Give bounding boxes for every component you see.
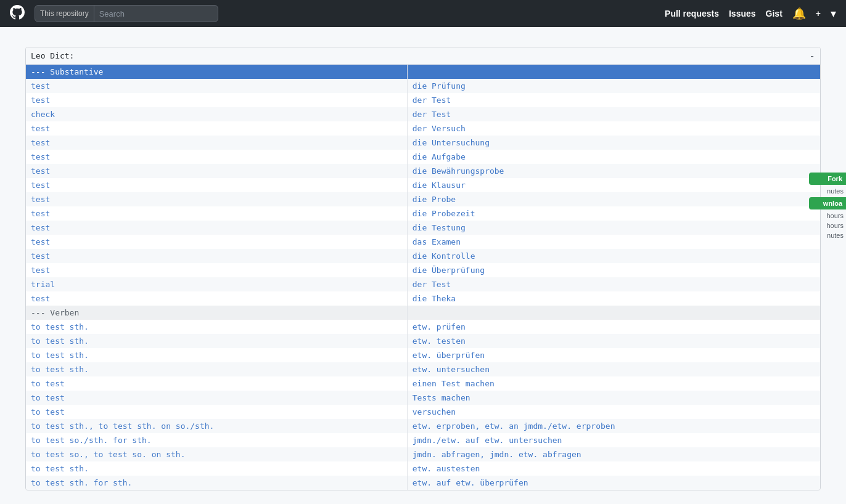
- table-cell-german: die Klausur: [407, 178, 820, 192]
- table-cell-english: to test sth.: [26, 320, 407, 334]
- table-cell-english: test: [26, 263, 407, 277]
- bottom-content: run leo_search_rofi.sh: [12, 498, 834, 504]
- table-cell-english: test: [26, 221, 407, 235]
- download-time-3: nutes: [809, 232, 846, 239]
- table-cell-german: etw. überprüfen: [407, 348, 820, 362]
- table-cell-english: --- Substantive: [26, 65, 407, 79]
- table-cell-english: to test sth.: [26, 461, 407, 476]
- table-cell-german: etw. testen: [407, 334, 820, 348]
- gist-link[interactable]: Gist: [766, 9, 782, 18]
- table-cell-german: die Untersuchung: [407, 136, 820, 150]
- page-body: Leo Dict: - --- Substantivetestdie Prüfu…: [0, 27, 846, 504]
- table-cell-german: die Probezeit: [407, 206, 820, 221]
- table-cell-english: to test sth., to test sth. on so./sth.: [26, 419, 407, 433]
- table-cell-german: Tests machen: [407, 391, 820, 405]
- table-cell-english: test: [26, 206, 407, 221]
- search-input[interactable]: [94, 9, 218, 18]
- table-cell-german: die Überprüfung: [407, 263, 820, 277]
- table-cell-english: to test: [26, 376, 407, 391]
- table-cell-german: [407, 65, 820, 79]
- leo-dict-popup: Leo Dict: - --- Substantivetestdie Prüfu…: [25, 47, 821, 490]
- table-cell-english: test: [26, 136, 407, 150]
- table-cell-german: jmdn./etw. auf etw. untersuchen: [407, 433, 820, 447]
- table-cell-german: etw. austesten: [407, 461, 820, 476]
- fork-time: nutes: [809, 187, 846, 195]
- table-cell-german: etw. untersuchen: [407, 362, 820, 376]
- leo-table: --- Substantivetestdie Prüfungtestder Te…: [26, 65, 820, 490]
- table-cell-german: der Versuch: [407, 121, 820, 136]
- github-logo-icon[interactable]: [10, 5, 25, 23]
- download-button[interactable]: wnloa: [809, 197, 846, 209]
- download-time-1: hours: [809, 212, 846, 219]
- table-cell-english: test: [26, 291, 407, 306]
- fork-button[interactable]: Fork: [809, 173, 846, 185]
- table-cell-german: etw. prüfen: [407, 320, 820, 334]
- chevron-down-icon[interactable]: ▾: [831, 7, 836, 20]
- table-cell-english: test: [26, 178, 407, 192]
- navbar-links: Pull requests Issues Gist 🔔 + ▾: [665, 7, 836, 20]
- navbar: This repository Pull requests Issues Gis…: [0, 0, 846, 27]
- table-cell-german: die Probe: [407, 192, 820, 206]
- popup-title: Leo Dict:: [31, 51, 74, 60]
- table-cell-german: die Aufgabe: [407, 150, 820, 164]
- table-cell-german: die Testung: [407, 221, 820, 235]
- plus-icon[interactable]: +: [816, 9, 821, 18]
- table-cell-english: test: [26, 192, 407, 206]
- table-cell-german: jmdn. abfragen, jmdn. etw. abfragen: [407, 447, 820, 461]
- table-cell-german: die Kontrolle: [407, 249, 820, 263]
- table-cell-german: die Prüfung: [407, 79, 820, 93]
- table-cell-english: to test: [26, 405, 407, 419]
- table-cell-english: to test sth. for sth.: [26, 476, 407, 490]
- table-cell-english: test: [26, 164, 407, 178]
- table-cell-english: to test sth.: [26, 334, 407, 348]
- popup-close-button[interactable]: -: [809, 50, 815, 62]
- pull-requests-link[interactable]: Pull requests: [665, 9, 719, 18]
- table-cell-german: der Test: [407, 93, 820, 107]
- download-time-2: hours: [809, 222, 846, 229]
- table-cell-english: to test sth.: [26, 362, 407, 376]
- notification-icon[interactable]: 🔔: [792, 7, 806, 20]
- table-cell-german: die Bewährungsprobe: [407, 164, 820, 178]
- table-cell-english: to test so./sth. for sth.: [26, 433, 407, 447]
- table-cell-english: test: [26, 79, 407, 93]
- table-cell-german: einen Test machen: [407, 376, 820, 391]
- table-cell-english: --- Verben: [26, 306, 407, 320]
- table-cell-english: test: [26, 235, 407, 249]
- table-cell-german: das Examen: [407, 235, 820, 249]
- table-cell-german: etw. auf etw. überprüfen: [407, 476, 820, 490]
- table-cell-english: check: [26, 107, 407, 121]
- table-cell-english: to test sth.: [26, 348, 407, 362]
- table-cell-english: test: [26, 150, 407, 164]
- table-cell-german: versuchen: [407, 405, 820, 419]
- table-cell-german: der Test: [407, 277, 820, 291]
- table-cell-english: test: [26, 121, 407, 136]
- issues-link[interactable]: Issues: [729, 9, 756, 18]
- table-cell-german: die Theka: [407, 291, 820, 306]
- table-cell-german: etw. erproben, etw. an jmdm./etw. erprob…: [407, 419, 820, 433]
- table-cell-german: der Test: [407, 107, 820, 121]
- search-scope[interactable]: This repository: [35, 6, 94, 22]
- table-cell-english: trial: [26, 277, 407, 291]
- right-sidebar: Fork nutes wnloa hours hours nutes: [809, 173, 846, 239]
- search-bar[interactable]: This repository: [35, 5, 218, 22]
- table-cell-german: [407, 306, 820, 320]
- table-cell-english: test: [26, 93, 407, 107]
- popup-header: Leo Dict: -: [26, 47, 820, 65]
- table-cell-english: to test so., to test so. on sth.: [26, 447, 407, 461]
- table-cell-english: test: [26, 249, 407, 263]
- table-cell-english: to test: [26, 391, 407, 405]
